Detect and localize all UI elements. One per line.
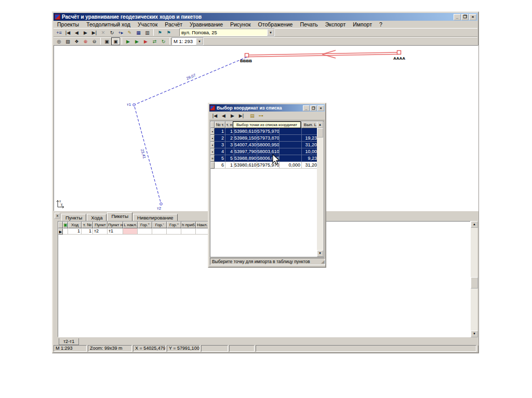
- col-gor-sec[interactable]: Гор.": [167, 222, 181, 228]
- chevron-down-icon[interactable]: ▼: [196, 38, 203, 45]
- snapshot-icon[interactable]: ▣: [102, 37, 111, 45]
- scroll-thumb[interactable]: [317, 128, 323, 138]
- dialog-scrollbar[interactable]: ▲ ▼: [317, 121, 324, 257]
- scale-combobox[interactable]: М 1: 293 ▼: [171, 37, 204, 45]
- label-bbbb: BBBB: [240, 59, 252, 63]
- pan-icon[interactable]: ❖: [72, 37, 81, 45]
- cell-h-prib: [181, 228, 196, 235]
- point-marker-aaaa: [397, 51, 401, 54]
- scroll-up-icon[interactable]: ▲: [317, 121, 323, 128]
- pick-line-icon[interactable]: ▶: [132, 37, 141, 45]
- coordinate-row[interactable]: ▪ 3 3 54007,4300 58000,9500 31,20: [210, 142, 318, 148]
- address-combobox[interactable]: вул. Попова, 25 ▼: [179, 29, 275, 36]
- coordinate-row-current[interactable]: » 5 5 53988,8900 58006,0500 9,23: [210, 155, 318, 162]
- dialog-title-bar[interactable]: Выбор координат из списка _ ❐ ×: [209, 104, 325, 112]
- tab-points[interactable]: Пункты: [61, 214, 86, 221]
- coordinate-row[interactable]: ▪ 1 1 53980,6100 57975,9700: [210, 128, 318, 135]
- prior-record-icon[interactable]: ◀: [72, 29, 81, 36]
- menu-bar: Проекты Теодолитный ход Участок Расчёт У…: [54, 21, 477, 28]
- title-bar[interactable]: Расчёт и уравнивание геодезических ходов…: [54, 13, 477, 21]
- select-area-icon[interactable]: ▧: [63, 37, 72, 45]
- toolbar-separator: [100, 38, 101, 45]
- col-h-prib[interactable]: h приб.: [181, 222, 196, 228]
- menu-site[interactable]: Участок: [134, 21, 161, 28]
- dialog-close-button[interactable]: ×: [317, 105, 324, 111]
- restore-button[interactable]: ❐: [461, 14, 469, 20]
- menu-help[interactable]: ?: [376, 21, 386, 28]
- add-record-icon[interactable]: +≡: [55, 29, 63, 36]
- calculator-icon[interactable]: ▥: [143, 29, 152, 36]
- col-l-nakl[interactable]: L накл.: [123, 222, 138, 228]
- refresh-icon[interactable]: ↻: [108, 29, 116, 36]
- coordinate-row[interactable]: ▪ 2 2 53989,1500 57973,8700 19,23: [210, 135, 318, 142]
- col-punkt[interactable]: Пункт: [93, 222, 108, 228]
- menu-import[interactable]: Импорт: [349, 21, 376, 28]
- col-vyp-l[interactable]: Вып. L: [302, 121, 318, 128]
- snapshot-pressed-icon[interactable]: ▣: [111, 37, 120, 45]
- menu-drawing[interactable]: Рисунок: [227, 21, 255, 28]
- dialog-first-record-icon[interactable]: |◀: [210, 112, 219, 120]
- data-tabs: Пункты Хода Пикеты Нивелирование: [61, 212, 178, 221]
- panel-close-button[interactable]: х: [55, 213, 60, 218]
- col-gor-min[interactable]: Гор.': [152, 222, 167, 228]
- dialog-prior-record-icon[interactable]: ◀: [219, 112, 228, 120]
- append-record-icon[interactable]: +▸: [116, 29, 125, 36]
- dialog-key-icon[interactable]: ⊶: [257, 112, 265, 120]
- dialog-next-record-icon[interactable]: ▶: [228, 112, 237, 120]
- toolbar-separator: [169, 38, 170, 45]
- dialog-maximize-button[interactable]: ❐: [310, 105, 317, 111]
- close-button[interactable]: ×: [469, 14, 476, 20]
- flag-icon-1[interactable]: ⚑: [155, 29, 164, 36]
- chevron-down-icon[interactable]: ▼: [267, 29, 274, 36]
- pick-traverse-icon[interactable]: ▶: [141, 37, 150, 45]
- coordinates-grid[interactable]: № т. т. н. Вып. L ▪ 1 1 53980,6100 57975…: [210, 121, 318, 257]
- traverse-sheet-tab[interactable]: т2-т1: [59, 338, 79, 345]
- scroll-down-icon[interactable]: ▼: [471, 331, 478, 337]
- menu-export[interactable]: Экспорт: [322, 21, 349, 28]
- col-gor-deg[interactable]: Гор.°: [138, 222, 152, 228]
- dialog-minimize-button[interactable]: _: [303, 105, 310, 111]
- minimize-button[interactable]: _: [454, 14, 461, 20]
- next-record-icon[interactable]: ▶: [81, 29, 90, 36]
- coordinate-row[interactable]: 6 1 53980,6100 57975,9700 0,000 31,20: [210, 162, 318, 169]
- menu-calculation[interactable]: Расчёт: [161, 21, 186, 28]
- dialog-last-record-icon[interactable]: ▶|: [237, 112, 246, 120]
- last-record-icon[interactable]: ▶|: [90, 29, 99, 36]
- zoom-window-icon[interactable]: ◎: [55, 37, 63, 45]
- toolbar-view: ◎ ▧ ❖ ⊕ ⊖ ▣ ▣ ▶ ▶ ▶ ⇄ ↻ М 1: 293 ▼: [54, 37, 477, 46]
- coordinate-row[interactable]: ▪ 4 4 53997,7900 58003,6100 10,00: [210, 148, 318, 155]
- pick-point-icon[interactable]: ▶: [124, 37, 132, 45]
- delete-record-icon[interactable]: ✕: [99, 29, 108, 36]
- scroll-thumb[interactable]: [471, 277, 478, 289]
- resize-grip-icon[interactable]: ◢: [321, 258, 325, 265]
- dialog-sheet-icon[interactable]: ▤: [248, 112, 257, 120]
- menu-adjustment[interactable]: Уравнивание: [186, 21, 227, 28]
- rotate-icon[interactable]: ↻: [159, 37, 168, 45]
- save-icon[interactable]: ▦: [134, 29, 143, 36]
- flag-icon-2[interactable]: ⚑: [164, 29, 173, 36]
- col-punkt-n[interactable]: Пункт н.: [108, 222, 123, 228]
- cell-gor-deg: [138, 228, 152, 235]
- menu-display[interactable]: Отображение: [255, 21, 297, 28]
- panel-scrollbar[interactable]: ▲ ▼: [470, 221, 477, 337]
- scroll-down-icon[interactable]: ▼: [317, 250, 323, 257]
- menu-projects[interactable]: Проекты: [54, 21, 83, 28]
- coordinate-picker-dialog: Выбор координат из списка _ ❐ × |◀ ◀ ▶ ▶…: [208, 103, 326, 268]
- first-record-icon[interactable]: |◀: [63, 29, 72, 36]
- tab-traverses[interactable]: Хода: [87, 214, 107, 221]
- col-tn[interactable]: т. №: [82, 222, 93, 228]
- col-hod[interactable]: Ход: [68, 222, 82, 228]
- menu-print[interactable]: Печать: [296, 21, 321, 28]
- address-value: вул. Попова, 25: [180, 29, 267, 36]
- zoom-out-icon[interactable]: ⊖: [90, 37, 99, 45]
- tab-pickets[interactable]: Пикеты: [107, 212, 132, 221]
- swap-direction-icon[interactable]: ⇄: [150, 37, 159, 45]
- label-t1: т1: [127, 102, 131, 107]
- toolbar-records: +≡ |◀ ◀ ▶ ▶| ✕ ↻ +▸ ✎ ▦ ▥ ⚑ ⚑ вул. Попов…: [54, 28, 477, 37]
- menu-theodolite-traverse[interactable]: Теодолитный ход: [83, 21, 134, 28]
- edit-notes-icon[interactable]: ✎: [125, 29, 134, 36]
- scroll-up-icon[interactable]: ▲: [471, 221, 478, 228]
- tab-levelling[interactable]: Нивелирование: [133, 214, 178, 221]
- zoom-in-icon[interactable]: ⊕: [81, 37, 90, 45]
- col-point-number[interactable]: № т.: [215, 121, 225, 128]
